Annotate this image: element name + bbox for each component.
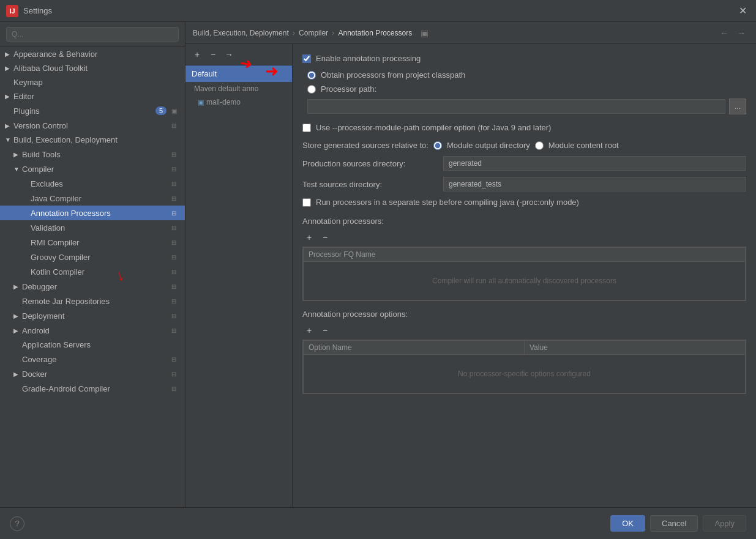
processor-path-input[interactable] xyxy=(307,99,725,114)
sidebar-item-keymap[interactable]: Keymap xyxy=(0,75,185,89)
processor-path-radio[interactable] xyxy=(307,85,316,94)
chevron-right-icon: ▶ xyxy=(13,151,22,158)
bottom-bar: ? OK Cancel Apply xyxy=(0,507,756,539)
forward-button[interactable]: → xyxy=(734,26,749,40)
test-sources-row: Test sources directory: xyxy=(302,177,746,191)
close-button[interactable]: ✕ xyxy=(735,4,750,18)
search-box xyxy=(0,22,185,47)
settings-icon: ⊟ xyxy=(169,164,179,174)
sidebar-item-app-servers[interactable]: Application Servers xyxy=(0,338,185,352)
obtain-classpath-label: Obtain processors from project classpath xyxy=(321,70,465,80)
sidebar-item-groovy-compiler[interactable]: Groovy Compiler ⊟ xyxy=(0,250,185,264)
nav-arrows: ← → xyxy=(717,26,749,40)
sidebar-item-build-tools[interactable]: ▶ Build Tools ⊟ xyxy=(0,147,185,162)
annotation-processors-toolbar: + − xyxy=(302,231,746,244)
settings-icon: ⊟ xyxy=(169,208,179,218)
test-sources-input[interactable] xyxy=(443,177,746,191)
production-sources-input[interactable] xyxy=(443,156,746,171)
browse-button[interactable]: ... xyxy=(729,99,746,114)
sidebar-item-appearance[interactable]: ▶ Appearance & Behavior xyxy=(0,47,185,61)
add-option-button[interactable]: + xyxy=(302,324,316,337)
module-content-root-label: Module content root xyxy=(548,141,619,150)
processor-source-group: Obtain processors from project classpath… xyxy=(302,70,746,94)
settings-window: IJ Settings ✕ ▶ Appearance & Behavior ▶ … xyxy=(0,0,756,539)
enable-annotation-processing-checkbox[interactable] xyxy=(302,54,311,63)
plugins-badge: 5 xyxy=(155,106,167,115)
main-content: ▶ Appearance & Behavior ▶ Alibaba Cloud … xyxy=(0,22,756,507)
remove-processor-button[interactable]: − xyxy=(318,231,332,244)
sidebar-item-java-compiler[interactable]: Java Compiler ⊟ xyxy=(0,191,185,206)
processor-fq-name-header: Processor FQ Name xyxy=(303,247,746,262)
sidebar-item-plugins[interactable]: Plugins 5 ▣ xyxy=(0,103,185,118)
sidebar-item-excludes[interactable]: Excludes ⊟ xyxy=(0,176,185,191)
sidebar-item-annotation-processors[interactable]: Annotation Processors ⊟ xyxy=(0,206,185,220)
options-table-body: No processor-specific options configured xyxy=(303,355,746,393)
sidebar-item-remote-jar[interactable]: Remote Jar Repositories ⊟ xyxy=(0,294,185,308)
breadcrumb-sep-1: › xyxy=(293,28,295,37)
obtain-classpath-radio[interactable] xyxy=(307,71,316,80)
window-title: Settings xyxy=(23,6,735,15)
apply-button[interactable]: Apply xyxy=(703,515,746,532)
processor-path-row: Processor path: xyxy=(307,84,746,94)
settings-icon: ⊟ xyxy=(169,149,179,159)
sidebar-item-coverage[interactable]: Coverage ⊟ xyxy=(0,352,185,366)
sidebar-item-version-control[interactable]: ▶ Version Control ⊟ xyxy=(0,118,185,133)
add-profile-button[interactable]: + xyxy=(190,48,204,61)
run-processors-separately-checkbox[interactable] xyxy=(302,198,311,207)
sidebar-item-compiler[interactable]: ▼ Compiler ⊟ xyxy=(0,162,185,176)
chevron-right-icon: ▶ xyxy=(13,371,22,377)
sidebar-item-editor[interactable]: ▶ Editor xyxy=(0,89,185,103)
module-output-radio[interactable] xyxy=(433,141,442,150)
add-processor-button[interactable]: + xyxy=(302,231,316,244)
chevron-right-icon: ▶ xyxy=(13,313,22,319)
copy-profile-button[interactable]: → xyxy=(222,48,236,61)
settings-icon: ⊟ xyxy=(169,267,179,277)
settings-icon: ⊟ xyxy=(169,325,179,335)
cancel-button[interactable]: Cancel xyxy=(650,515,698,532)
profiles-panel: + − → ➜ Default Maven default anno ▣ mai… xyxy=(185,44,293,507)
remove-option-button[interactable]: − xyxy=(318,324,332,337)
sidebar-item-rmi-compiler[interactable]: RMI Compiler ⊟ xyxy=(0,235,185,250)
sidebar-item-build-exec-deploy[interactable]: ▼ Build, Execution, Deployment xyxy=(0,133,185,147)
layout-icon: ▣ xyxy=(421,28,429,38)
empty-processors-text: Compiler will run all automatically disc… xyxy=(309,267,740,295)
sidebar-item-docker[interactable]: ▶ Docker ⊟ xyxy=(0,366,185,381)
sidebar-item-gradle-android[interactable]: Gradle-Android Compiler ⊟ xyxy=(0,381,185,396)
sidebar-item-android[interactable]: ▶ Android ⊟ xyxy=(0,323,185,338)
settings-icon: ⊟ xyxy=(169,384,179,393)
value-header: Value xyxy=(524,340,746,355)
profile-item-maven-default[interactable]: Maven default anno xyxy=(185,82,292,95)
sidebar-item-debugger[interactable]: ▶ Debugger ⊟ xyxy=(0,279,185,294)
sidebar-item-validation[interactable]: Validation ⊟ xyxy=(0,220,185,235)
processor-path-label: Processor path: xyxy=(321,84,376,94)
enable-annotation-processing-label: Enable annotation processing xyxy=(316,54,421,63)
profile-item-mail-demo[interactable]: ▣ mail-demo xyxy=(185,95,292,109)
use-processor-module-path-checkbox[interactable] xyxy=(302,124,311,132)
chevron-right-icon: ▶ xyxy=(5,51,13,58)
sidebar: ▶ Appearance & Behavior ▶ Alibaba Cloud … xyxy=(0,22,185,507)
spacer xyxy=(302,301,746,310)
search-input[interactable] xyxy=(6,27,179,42)
help-button[interactable]: ? xyxy=(10,516,24,531)
production-sources-row: Production sources directory: xyxy=(302,156,746,171)
ok-button[interactable]: OK xyxy=(610,515,645,532)
remove-profile-button[interactable]: − xyxy=(206,48,220,61)
store-generated-row: Store generated sources relative to: Mod… xyxy=(302,141,746,150)
back-button[interactable]: ← xyxy=(717,26,732,40)
annotation-processors-table: Processor FQ Name Compiler will run all … xyxy=(302,247,746,301)
chevron-right-icon: ▶ xyxy=(5,93,13,100)
chevron-right-icon: ▶ xyxy=(13,283,22,290)
enable-annotation-processing-row: Enable annotation processing xyxy=(302,54,746,63)
annotation-processors-section-title: Annotation processors: xyxy=(302,217,746,226)
sidebar-item-deployment[interactable]: ▶ Deployment ⊟ xyxy=(0,308,185,323)
settings-icon: ⊟ xyxy=(169,354,179,364)
sidebar-item-alibaba[interactable]: ▶ Alibaba Cloud Toolkit xyxy=(0,61,185,75)
profile-item-default[interactable]: Default xyxy=(185,65,292,82)
chevron-right-icon: ▶ xyxy=(5,65,13,72)
settings-icon: ⊟ xyxy=(169,223,179,232)
module-content-root-radio[interactable] xyxy=(535,141,544,150)
sidebar-item-kotlin-compiler[interactable]: Kotlin Compiler ⊟ xyxy=(0,264,185,279)
title-bar: IJ Settings ✕ xyxy=(0,0,756,22)
settings-icon: ⊟ xyxy=(169,121,179,130)
use-processor-module-path-row: Use --processor-module-path compiler opt… xyxy=(302,123,746,132)
